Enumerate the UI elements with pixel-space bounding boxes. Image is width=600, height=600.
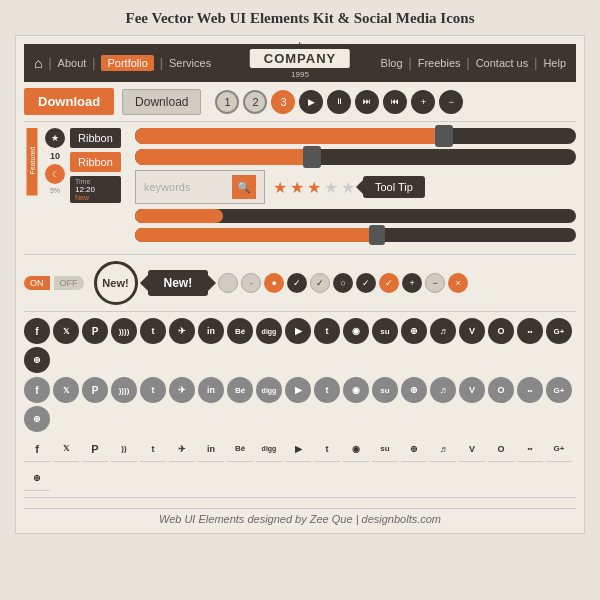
social-in-3[interactable]: in (198, 436, 224, 462)
social-digg-2[interactable]: digg (256, 377, 282, 403)
social-rss-2[interactable]: )))) (111, 377, 137, 403)
social-bb-2[interactable]: •• (517, 377, 543, 403)
slider-3[interactable] (135, 209, 576, 223)
social-v-3[interactable]: V (459, 436, 485, 462)
page-title: Fee Vector Web UI Elements Kit & Social … (126, 10, 475, 27)
social-fw-3[interactable]: ⊕ (401, 436, 427, 462)
social-yt-2[interactable]: ▶ (285, 377, 311, 403)
social-ex-3[interactable]: ⊕ (24, 465, 50, 491)
toggle-off[interactable]: OFF (54, 276, 84, 290)
social-bb-3[interactable]: •• (517, 436, 543, 462)
social-rss-1[interactable]: )))) (111, 318, 137, 344)
social-g-3[interactable]: G+ (546, 436, 572, 462)
social-in-2[interactable]: in (198, 377, 224, 403)
social-fw-2[interactable]: ⊕ (401, 377, 427, 403)
social-p-1[interactable]: P (82, 318, 108, 344)
slider-1[interactable] (135, 128, 576, 144)
social-t-1[interactable]: t (140, 318, 166, 344)
social-digg-1[interactable]: digg (256, 318, 282, 344)
social-f-1[interactable]: f (24, 318, 50, 344)
nav-contact[interactable]: Contact us (476, 57, 529, 69)
social-yt-3[interactable]: ▶ (285, 436, 311, 462)
toggle-switch[interactable]: ON OFF (24, 276, 84, 290)
download-gray-button[interactable]: Download (122, 89, 201, 115)
circle-check-4: ✓ (379, 273, 399, 293)
social-t2-3[interactable]: t (314, 436, 340, 462)
nav-blog[interactable]: Blog (381, 57, 403, 69)
social-row-dark: f 𝕏 P )))) t ✈ in Bé digg ▶ t ◉ su ⊕ ♬ V… (24, 318, 576, 373)
page-3[interactable]: 3 (271, 90, 295, 114)
page-minus[interactable]: − (439, 90, 463, 114)
social-rss-3[interactable]: )) (111, 436, 137, 462)
star-4[interactable]: ★ (324, 178, 338, 197)
social-v-2[interactable]: V (459, 377, 485, 403)
star-5[interactable]: ★ (341, 178, 355, 197)
social-t-3[interactable]: t (140, 436, 166, 462)
social-v-1[interactable]: V (459, 318, 485, 344)
nav-about[interactable]: About (58, 57, 87, 69)
page-1[interactable]: 1 (215, 90, 239, 114)
social-su-1[interactable]: su (372, 318, 398, 344)
star-1[interactable]: ★ (273, 178, 287, 197)
social-t2-2[interactable]: t (314, 377, 340, 403)
social-be-1[interactable]: Bé (227, 318, 253, 344)
page-next[interactable]: ⏭ (355, 90, 379, 114)
social-tw-1[interactable]: 𝕏 (53, 318, 79, 344)
slider-4[interactable] (135, 228, 576, 242)
social-plane-3[interactable]: ✈ (169, 436, 195, 462)
search-button[interactable]: 🔍 (232, 175, 256, 199)
social-o-3[interactable]: O (488, 436, 514, 462)
slider-1-handle[interactable] (435, 125, 453, 147)
nav-freebies[interactable]: Freebies (418, 57, 461, 69)
social-bb-1[interactable]: •• (517, 318, 543, 344)
social-fw-1[interactable]: ⊕ (401, 318, 427, 344)
social-plane-1[interactable]: ✈ (169, 318, 195, 344)
social-blog-1[interactable]: ◉ (343, 318, 369, 344)
social-be-3[interactable]: Bé (227, 436, 253, 462)
social-p-3[interactable]: P (82, 436, 108, 462)
social-blog-2[interactable]: ◉ (343, 377, 369, 403)
slider-4-handle[interactable] (369, 225, 385, 245)
social-ex-2[interactable]: ⊕ (24, 406, 50, 432)
social-blog-3[interactable]: ◉ (343, 436, 369, 462)
page-pause[interactable]: ⏸ (327, 90, 351, 114)
circle-check-2: ✓ (310, 273, 330, 293)
social-8t-3[interactable]: ♬ (430, 436, 456, 462)
nav-logo-badge: COMPANY (248, 47, 352, 70)
social-su-3[interactable]: su (372, 436, 398, 462)
social-in-1[interactable]: in (198, 318, 224, 344)
social-t2-1[interactable]: t (314, 318, 340, 344)
nav-services[interactable]: Services (169, 57, 211, 69)
slider-2-handle[interactable] (303, 146, 321, 168)
download-orange-button[interactable]: Download (24, 88, 114, 115)
social-o-1[interactable]: O (488, 318, 514, 344)
social-o-2[interactable]: O (488, 377, 514, 403)
social-f-2[interactable]: f (24, 377, 50, 403)
toggle-on[interactable]: ON (24, 276, 50, 290)
social-8t-1[interactable]: ♬ (430, 318, 456, 344)
page-prev[interactable]: ⏮ (383, 90, 407, 114)
social-ex-1[interactable]: ⊕ (24, 347, 50, 373)
slider-2[interactable] (135, 149, 576, 165)
social-t-2[interactable]: t (140, 377, 166, 403)
social-tw-2[interactable]: 𝕏 (53, 377, 79, 403)
social-8t-2[interactable]: ♬ (430, 377, 456, 403)
social-tw-3[interactable]: 𝕏 (53, 436, 79, 462)
social-su-2[interactable]: su (372, 377, 398, 403)
star-2[interactable]: ★ (290, 178, 304, 197)
social-be-2[interactable]: Bé (227, 377, 253, 403)
social-g-1[interactable]: G+ (546, 318, 572, 344)
page-plus[interactable]: + (411, 90, 435, 114)
page-play[interactable]: ▶ (299, 90, 323, 114)
page-2[interactable]: 2 (243, 90, 267, 114)
social-g-2[interactable]: G+ (546, 377, 572, 403)
nav-home-icon[interactable]: ⌂ (34, 55, 42, 71)
social-digg-3[interactable]: digg (256, 436, 282, 462)
social-plane-2[interactable]: ✈ (169, 377, 195, 403)
star-3[interactable]: ★ (307, 178, 321, 197)
nav-help[interactable]: Help (543, 57, 566, 69)
social-yt-1[interactable]: ▶ (285, 318, 311, 344)
nav-portfolio[interactable]: Portfolio (101, 55, 153, 71)
social-p-2[interactable]: P (82, 377, 108, 403)
social-f-3[interactable]: f (24, 436, 50, 462)
